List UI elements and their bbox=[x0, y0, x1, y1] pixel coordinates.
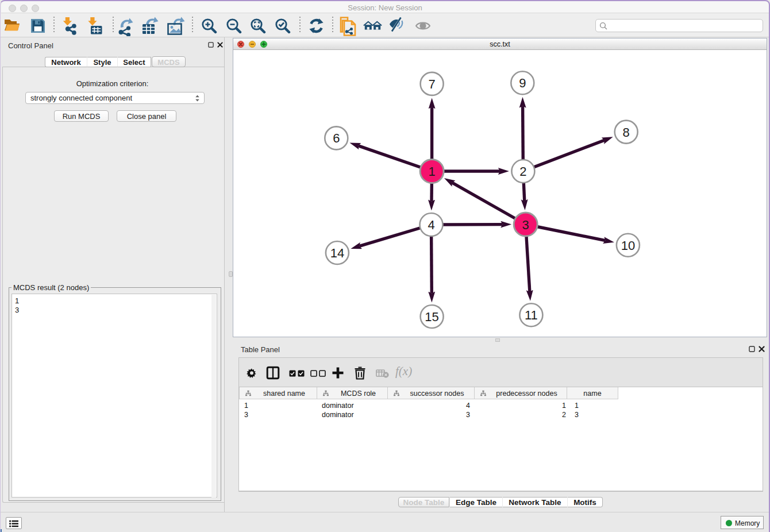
svg-text:6: 6 bbox=[333, 131, 340, 145]
svg-text:3: 3 bbox=[522, 218, 529, 232]
svg-text:11: 11 bbox=[525, 308, 538, 322]
svg-text:9: 9 bbox=[519, 76, 526, 90]
svg-text:14: 14 bbox=[330, 246, 344, 260]
svg-text:15: 15 bbox=[425, 310, 438, 324]
svg-text:10: 10 bbox=[621, 238, 635, 253]
svg-text:7: 7 bbox=[428, 77, 435, 91]
svg-text:1: 1 bbox=[428, 164, 435, 179]
svg-text:4: 4 bbox=[428, 218, 434, 232]
svg-text:2: 2 bbox=[519, 164, 526, 179]
svg-text:8: 8 bbox=[623, 125, 630, 140]
